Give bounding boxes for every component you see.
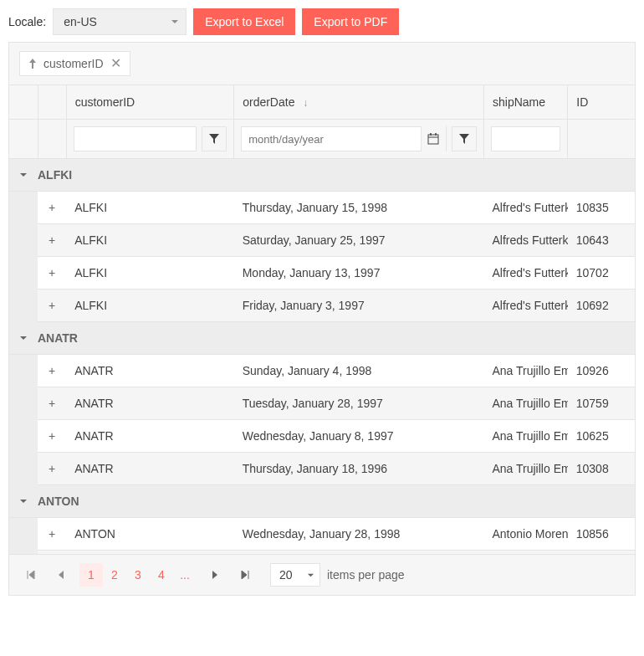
filter-row [9,120,635,159]
caret-down-icon [171,18,179,26]
group-row[interactable]: ALFKI [9,159,635,192]
group-chip-label: customerID [43,57,104,70]
group-row[interactable]: ANTON [9,485,635,518]
cell-shipName: Ana Trujillo Emparedados [483,420,567,453]
expand-placeholder [9,290,38,322]
header-shipName[interactable]: shipName [483,85,567,120]
export-excel-button[interactable]: Export to Excel [193,8,295,35]
export-pdf-button[interactable]: Export to PDF [302,8,399,35]
next-page-icon [212,571,218,579]
expand-cell[interactable]: + [38,290,66,322]
caret-down-icon[interactable] [18,334,29,342]
expand-cell[interactable]: + [38,257,66,290]
expand-placeholder [9,551,38,555]
cell-customerID: ANATR [66,453,234,485]
calendar-button[interactable] [421,126,446,151]
cell-customerID: ALFKI [66,192,234,224]
expand-placeholder [9,355,38,387]
cell-orderDate: Saturday, January 25, 1997 [234,551,484,555]
funnel-icon [459,134,469,144]
calendar-icon [427,133,439,145]
filter-cell-orderDate [234,120,484,159]
filter-button-orderDate[interactable] [452,126,477,151]
cell-orderDate: Wednesday, January 28, 1998 [234,518,484,551]
group-row[interactable]: ANATR [9,322,635,355]
expand-placeholder [9,224,38,257]
group-panel[interactable]: customerID ✕ [9,43,635,85]
filter-input-customerID[interactable] [74,126,197,151]
pager-next[interactable] [203,563,227,587]
pager-page-2[interactable]: 2 [103,563,126,587]
pager-page-3[interactable]: 3 [126,563,150,587]
sort-desc-icon: ↓ [303,97,308,109]
cell-id: 10682 [568,551,635,555]
header-customerID[interactable]: customerID [66,85,234,120]
last-page-icon [241,571,249,579]
expand-placeholder [9,192,38,224]
expand-cell[interactable]: + [38,518,66,551]
caret-down-icon[interactable] [18,171,29,179]
cell-customerID: ALFKI [66,290,234,322]
expand-cell[interactable]: + [38,387,66,420]
expand-placeholder [9,387,38,420]
date-input-wrap [241,126,447,151]
grid-body[interactable]: ALFKI+ALFKIThursday, January 15, 1998Alf… [9,159,635,554]
table-row: +ANATRWednesday, January 8, 1997Ana Truj… [9,420,635,453]
cell-customerID: ANATR [66,420,234,453]
cell-customerID: ANTON [66,551,234,555]
locale-select[interactable]: en-US [53,8,187,35]
pager-page-1[interactable]: 1 [79,563,103,587]
cell-customerID: ANTON [66,518,234,551]
filter-input-shipName[interactable] [491,126,560,151]
plus-icon: + [46,201,58,214]
locale-label: Locale: [8,15,46,28]
plus-icon: + [46,429,58,443]
pager-prev[interactable] [49,563,73,587]
cell-customerID: ANATR [66,387,234,420]
header-orderDate[interactable]: orderDate ↓ [234,85,484,120]
cell-id: 10625 [568,420,635,453]
cell-orderDate: Monday, January 13, 1997 [234,257,484,290]
cell-orderDate: Friday, January 3, 1997 [234,290,484,322]
cell-shipName: Ana Trujillo Emparedados [483,453,567,485]
pager-page-4[interactable]: 4 [150,563,173,587]
cell-orderDate: Thursday, January 15, 1998 [234,192,484,224]
items-per-page-label: items per page [327,568,405,582]
expand-cell[interactable]: + [38,355,66,387]
filter-input-orderDate[interactable] [242,127,421,151]
plus-icon: + [46,299,58,312]
expand-placeholder [9,518,38,551]
filter-blank-2 [38,120,66,159]
data-grid: customerID ✕ customerID orderDate ↓ ship… [8,42,636,596]
expand-cell[interactable]: + [38,192,66,224]
pager-last[interactable] [233,563,257,587]
page-size-value: 20 [279,568,293,582]
group-chip-customerID[interactable]: customerID ✕ [19,51,130,76]
pager-first[interactable] [19,563,43,587]
expand-cell[interactable]: + [38,453,66,485]
header-id[interactable]: ID [568,85,635,120]
expand-cell[interactable]: + [38,224,66,257]
group-key: ANTON [38,495,79,508]
expand-cell[interactable]: + [38,420,66,453]
expand-cell[interactable]: + [38,551,66,555]
filter-cell-customerID [66,120,234,159]
column-headers: customerID orderDate ↓ shipName ID [9,85,635,120]
cell-shipName: Antonio Moreno Taquería [483,518,567,551]
group-key: ALFKI [38,168,72,182]
first-page-icon [27,571,35,579]
pager-more: ... [173,563,197,587]
header-expand-col [9,85,38,120]
cell-orderDate: Sunday, January 4, 1998 [234,355,484,387]
cell-orderDate: Saturday, January 25, 1997 [234,224,484,257]
cell-shipName: Alfreds Futterkiste [483,224,567,257]
table-row: +ALFKIFriday, January 3, 1997Alfred's Fu… [9,290,635,322]
plus-icon: + [46,233,58,247]
close-icon[interactable]: ✕ [110,57,121,70]
cell-customerID: ALFKI [66,257,234,290]
filter-button-customerID[interactable] [202,126,227,151]
page-size-select[interactable]: 20 [270,563,320,587]
plus-icon: + [46,266,58,279]
caret-down-icon[interactable] [18,497,29,505]
table-row: +ANTONSaturday, January 25, 1997Antonio … [9,551,635,555]
